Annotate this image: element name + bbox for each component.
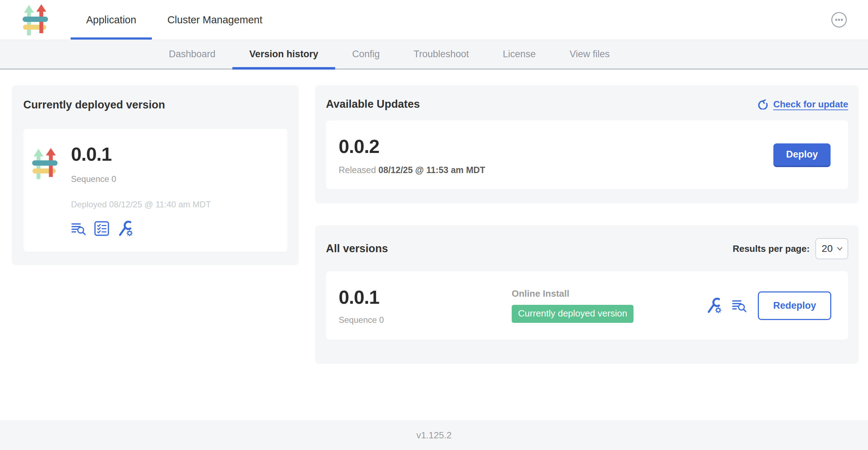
tab-cluster-management-label: Cluster Management [167, 14, 262, 26]
current-version-deployed-date: Deployed 08/12/25 @ 11:40 am MDT [71, 200, 211, 209]
all-versions-card: All versions Results per page: 20 0.0. [315, 225, 859, 364]
subnav-license-label: License [503, 49, 536, 60]
available-update-row: 0.0.2 Released 08/12/25 @ 11:53 am MDT D… [326, 120, 848, 189]
app-logo-icon [23, 4, 48, 35]
subnav-view-files-label: View files [570, 49, 610, 60]
update-version-number: 0.0.2 [339, 135, 485, 157]
refresh-icon [757, 99, 769, 109]
release-diff-button[interactable] [732, 298, 747, 313]
subnav-config-label: Config [352, 49, 380, 60]
tab-application[interactable]: Application [71, 0, 152, 40]
available-updates-card: Available Updates Check for update 0.0.2… [315, 85, 859, 203]
deploy-button[interactable]: Deploy [773, 143, 831, 167]
tab-application-label: Application [86, 14, 136, 26]
preflight-checks-button[interactable] [94, 221, 109, 236]
subnav-config[interactable]: Config [335, 40, 397, 69]
currently-deployed-badge: Currently deployed version [512, 305, 634, 323]
subnav-license[interactable]: License [486, 40, 553, 69]
chevron-down-icon [837, 247, 843, 251]
available-updates-title: Available Updates [326, 98, 420, 111]
currently-deployed-title: Currently deployed version [23, 99, 287, 111]
row-version-number: 0.0.1 [339, 286, 512, 308]
tab-cluster-management[interactable]: Cluster Management [152, 0, 278, 40]
edit-config-button[interactable] [706, 297, 723, 314]
row-version-sequence: Sequence 0 [339, 315, 512, 325]
subnav-version-history[interactable]: Version history [232, 40, 335, 69]
row-actions [706, 297, 747, 314]
subnav-troubleshoot-label: Troubleshoot [414, 49, 469, 60]
current-version-actions [71, 220, 211, 237]
check-for-update-label: Check for update [773, 99, 848, 110]
subnav-troubleshoot[interactable]: Troubleshoot [397, 40, 486, 69]
released-datetime: 08/12/25 @ 11:53 am MDT [379, 165, 485, 175]
current-version-sequence: Sequence 0 [71, 174, 211, 184]
subnav-dashboard-label: Dashboard [169, 49, 215, 60]
results-per-page: Results per page: 20 [733, 238, 848, 259]
overflow-menu-button[interactable] [831, 11, 848, 28]
redeploy-button[interactable]: Redeploy [758, 291, 831, 320]
currently-deployed-detail: 0.0.1 Sequence 0 Deployed 08/12/25 @ 11:… [23, 129, 287, 252]
ellipsis-circle-icon [831, 11, 848, 28]
version-history-page: Application Cluster Management Dashboard… [0, 0, 868, 450]
edit-config-button[interactable] [117, 220, 134, 237]
primary-tabs: Application Cluster Management [71, 0, 278, 40]
results-per-page-select[interactable]: 20 [815, 238, 848, 259]
current-version-number: 0.0.1 [71, 143, 211, 165]
subnav-version-history-label: Version history [249, 49, 318, 60]
row-install-type: Online Install [512, 288, 706, 299]
console-version: v1.125.2 [416, 430, 452, 441]
released-label: Released [339, 165, 376, 175]
results-per-page-value: 20 [822, 243, 833, 254]
release-diff-icon [71, 221, 87, 236]
all-versions-title: All versions [326, 242, 388, 255]
app-logo [0, 0, 71, 40]
app-header: Application Cluster Management [0, 0, 868, 40]
app-logo-icon [32, 148, 58, 179]
results-per-page-label: Results per page: [733, 243, 810, 254]
preflight-checks-icon [94, 221, 109, 236]
page-footer: v1.125.2 [0, 420, 868, 450]
subnav-view-files[interactable]: View files [553, 40, 627, 69]
header-right [831, 0, 868, 40]
subnav-dashboard[interactable]: Dashboard [152, 40, 232, 69]
edit-config-icon [117, 220, 134, 237]
app-subnav: Dashboard Version history Config Trouble… [0, 40, 868, 70]
release-diff-button[interactable] [71, 221, 87, 236]
check-for-update-link[interactable]: Check for update [757, 99, 848, 110]
release-diff-icon [732, 298, 747, 313]
version-row: 0.0.1 Sequence 0 Online Install Currentl… [326, 271, 848, 340]
currently-deployed-card: Currently deployed version 0.0.1 Sequenc… [12, 85, 299, 265]
edit-config-icon [706, 297, 723, 314]
update-released-line: Released 08/12/25 @ 11:53 am MDT [339, 165, 485, 175]
